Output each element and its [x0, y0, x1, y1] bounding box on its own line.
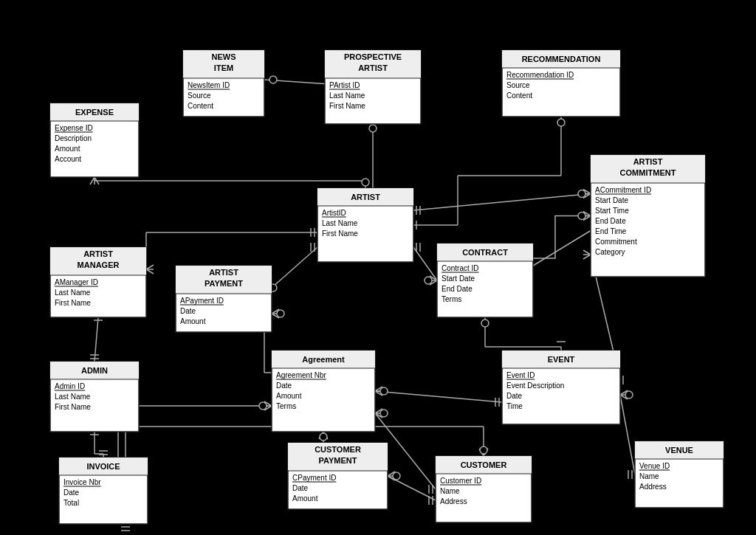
er-diagram-canvas [0, 0, 756, 535]
